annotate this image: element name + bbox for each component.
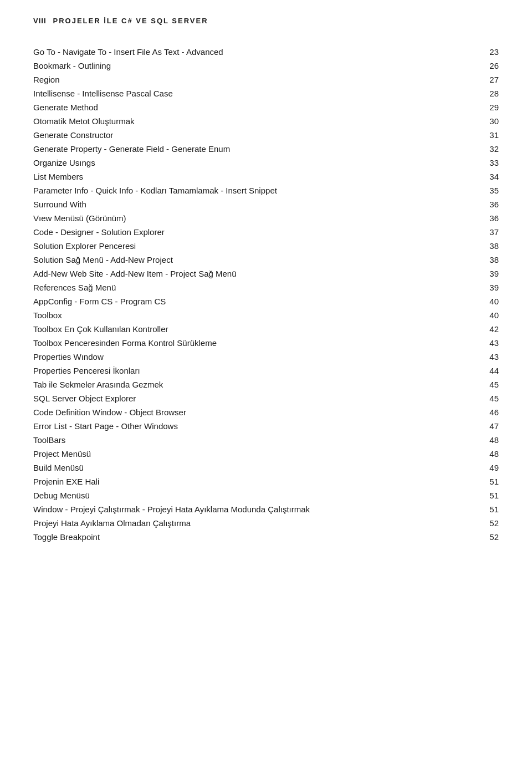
toc-entry-text: Code Definition Window - Object Browser bbox=[33, 405, 464, 419]
toc-entry-page: 46 bbox=[464, 405, 499, 419]
toc-entry-page: 32 bbox=[464, 142, 499, 156]
toc-row: Solution Explorer Penceresi38 bbox=[33, 239, 499, 253]
toc-entry-page: 31 bbox=[464, 128, 499, 142]
toc-entry-text: References Sağ Menü bbox=[33, 281, 464, 294]
toc-entry-page: 43 bbox=[464, 336, 499, 350]
toc-entry-page: 37 bbox=[464, 225, 499, 239]
toc-row: Window - Projeyi Çalıştırmak - Projeyi H… bbox=[33, 502, 499, 516]
toc-row: References Sağ Menü39 bbox=[33, 281, 499, 294]
toc-entry-text: Go To - Navigate To - Insert File As Tex… bbox=[33, 45, 464, 59]
toc-entry-text: Properties Wındow bbox=[33, 350, 464, 364]
toc-entry-page: 52 bbox=[464, 516, 499, 530]
toc-entry-page: 52 bbox=[464, 530, 499, 544]
toc-entry-text: Projenin EXE Hali bbox=[33, 475, 464, 488]
toc-row: SQL Server Object Explorer45 bbox=[33, 391, 499, 405]
toc-entry-page: 43 bbox=[464, 350, 499, 364]
toc-entry-text: List Members bbox=[33, 170, 464, 184]
toc-row: Toggle Breakpoint52 bbox=[33, 530, 499, 544]
toc-entry-page: 45 bbox=[464, 391, 499, 405]
toc-entry-text: Window - Projeyi Çalıştırmak - Projeyi H… bbox=[33, 502, 464, 516]
toc-entry-page: 40 bbox=[464, 308, 499, 322]
toc-entry-page: 39 bbox=[464, 281, 499, 294]
toc-entry-text: Parameter Info - Quick Info - Kodları Ta… bbox=[33, 184, 464, 197]
toc-entry-text: Error List - Start Page - Other Windows bbox=[33, 419, 464, 433]
toc-row: Surround With36 bbox=[33, 197, 499, 211]
toc-row: Generate Property - Generate Field - Gen… bbox=[33, 142, 499, 156]
toc-row: Debug Menüsü51 bbox=[33, 488, 499, 502]
header-roman: VIII bbox=[33, 17, 47, 25]
toc-row: Projeyi Hata Ayıklama Olmadan Çalıştırma… bbox=[33, 516, 499, 530]
toc-row: Build Menüsü49 bbox=[33, 461, 499, 475]
toc-entry-page: 49 bbox=[464, 461, 499, 475]
toc-table: Go To - Navigate To - Insert File As Tex… bbox=[33, 45, 499, 544]
toc-entry-text: Region bbox=[33, 73, 464, 86]
toc-row: Solution Sağ Menü - Add-New Project38 bbox=[33, 253, 499, 267]
toc-row: Project Menüsü48 bbox=[33, 447, 499, 461]
toc-row: Code Definition Window - Object Browser4… bbox=[33, 405, 499, 419]
toc-entry-text: Generate Property - Generate Field - Gen… bbox=[33, 142, 464, 156]
toc-entry-text: Solution Sağ Menü - Add-New Project bbox=[33, 253, 464, 267]
toc-entry-page: 26 bbox=[464, 59, 499, 73]
toc-row: Organize Usıngs33 bbox=[33, 156, 499, 170]
toc-entry-text: Generate Constructor bbox=[33, 128, 464, 142]
toc-entry-page: 48 bbox=[464, 447, 499, 461]
toc-entry-page: 30 bbox=[464, 114, 499, 128]
toc-entry-page: 47 bbox=[464, 419, 499, 433]
toc-entry-page: 28 bbox=[464, 86, 499, 100]
toc-row: Properties Wındow43 bbox=[33, 350, 499, 364]
toc-row: Toolbox Penceresinden Forma Kontrol Sürü… bbox=[33, 336, 499, 350]
toc-entry-page: 36 bbox=[464, 211, 499, 225]
toc-entry-text: ToolBars bbox=[33, 433, 464, 447]
toc-entry-page: 45 bbox=[464, 378, 499, 391]
toc-entry-text: Debug Menüsü bbox=[33, 488, 464, 502]
toc-row: Tab ile Sekmeler Arasında Gezmek45 bbox=[33, 378, 499, 391]
toc-row: Otomatik Metot Oluşturmak30 bbox=[33, 114, 499, 128]
toc-row: ToolBars48 bbox=[33, 433, 499, 447]
toc-entry-text: Project Menüsü bbox=[33, 447, 464, 461]
toc-entry-page: 34 bbox=[464, 170, 499, 184]
toc-entry-text: Intellisense - Intellisense Pascal Case bbox=[33, 86, 464, 100]
toc-row: Properties Penceresi İkonları44 bbox=[33, 364, 499, 378]
toc-entry-text: Build Menüsü bbox=[33, 461, 464, 475]
toc-entry-text: Add-New Web Site - Add-New Item - Projec… bbox=[33, 267, 464, 281]
toc-entry-text: AppConfig - Form CS - Program CS bbox=[33, 294, 464, 308]
toc-entry-page: 35 bbox=[464, 184, 499, 197]
toc-row: Generate Constructor31 bbox=[33, 128, 499, 142]
header-title: PROJELER İLE C# VE SQL SERVER bbox=[53, 17, 208, 25]
toc-entry-text: SQL Server Object Explorer bbox=[33, 391, 464, 405]
toc-entry-page: 42 bbox=[464, 322, 499, 336]
toc-row: Vıew Menüsü (Görünüm)36 bbox=[33, 211, 499, 225]
toc-row: Bookmark - Outlining26 bbox=[33, 59, 499, 73]
toc-entry-text: Surround With bbox=[33, 197, 464, 211]
toc-row: AppConfig - Form CS - Program CS40 bbox=[33, 294, 499, 308]
toc-entry-page: 51 bbox=[464, 475, 499, 488]
toc-entry-text: Tab ile Sekmeler Arasında Gezmek bbox=[33, 378, 464, 391]
toc-entry-text: Bookmark - Outlining bbox=[33, 59, 464, 73]
toc-entry-text: Vıew Menüsü (Görünüm) bbox=[33, 211, 464, 225]
toc-row: Projenin EXE Hali51 bbox=[33, 475, 499, 488]
toc-entry-text: Code - Designer - Solution Explorer bbox=[33, 225, 464, 239]
toc-row: List Members34 bbox=[33, 170, 499, 184]
toc-entry-page: 27 bbox=[464, 73, 499, 86]
toc-row: Go To - Navigate To - Insert File As Tex… bbox=[33, 45, 499, 59]
toc-row: Add-New Web Site - Add-New Item - Projec… bbox=[33, 267, 499, 281]
toc-row: Toolbox40 bbox=[33, 308, 499, 322]
toc-entry-page: 36 bbox=[464, 197, 499, 211]
toc-entry-text: Generate Method bbox=[33, 100, 464, 114]
toc-entry-page: 29 bbox=[464, 100, 499, 114]
toc-row: Error List - Start Page - Other Windows4… bbox=[33, 419, 499, 433]
toc-row: Toolbox En Çok Kullanılan Kontroller42 bbox=[33, 322, 499, 336]
toc-row: Parameter Info - Quick Info - Kodları Ta… bbox=[33, 184, 499, 197]
toc-entry-page: 40 bbox=[464, 294, 499, 308]
toc-entry-text: Toolbox bbox=[33, 308, 464, 322]
toc-entry-text: Properties Penceresi İkonları bbox=[33, 364, 464, 378]
toc-row: Intellisense - Intellisense Pascal Case2… bbox=[33, 86, 499, 100]
toc-row: Generate Method29 bbox=[33, 100, 499, 114]
book-header: VIII PROJELER İLE C# VE SQL SERVER bbox=[33, 17, 499, 25]
toc-entry-text: Otomatik Metot Oluşturmak bbox=[33, 114, 464, 128]
toc-entry-page: 48 bbox=[464, 433, 499, 447]
toc-entry-page: 33 bbox=[464, 156, 499, 170]
toc-entry-text: Toggle Breakpoint bbox=[33, 530, 464, 544]
toc-row: Region27 bbox=[33, 73, 499, 86]
toc-entry-text: Toolbox En Çok Kullanılan Kontroller bbox=[33, 322, 464, 336]
